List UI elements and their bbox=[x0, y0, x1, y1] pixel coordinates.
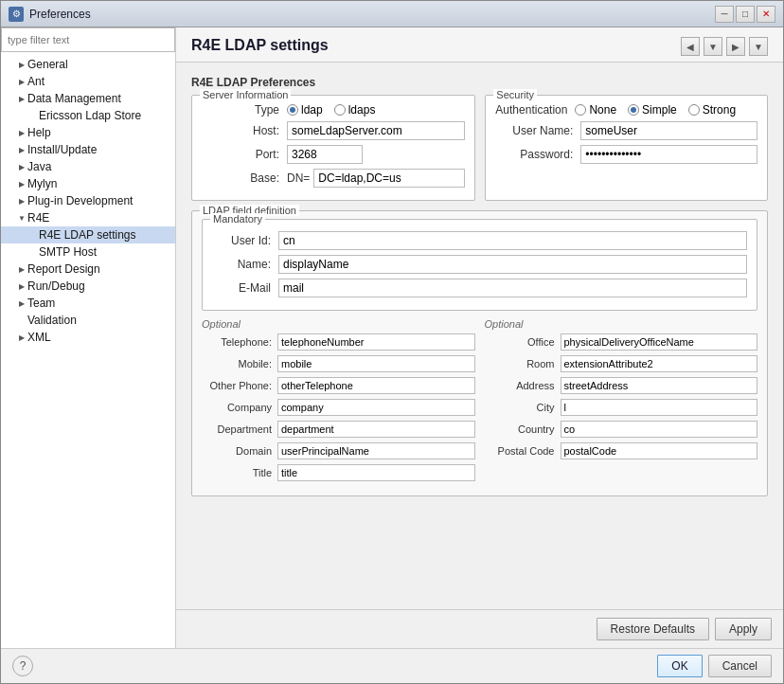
sidebar-item-mylyn[interactable]: ▶ Mylyn bbox=[1, 175, 175, 192]
ldap-radio[interactable] bbox=[287, 104, 298, 116]
port-row: Port: bbox=[202, 145, 465, 164]
base-dn-label: DN= bbox=[287, 171, 310, 185]
filter-input[interactable] bbox=[1, 27, 175, 52]
nav-back-button[interactable]: ◀ bbox=[681, 37, 700, 56]
username-label: User Name: bbox=[495, 124, 580, 137]
opt-address-label: Address bbox=[485, 380, 561, 391]
sidebar-item-team[interactable]: ▶ Team bbox=[1, 295, 175, 312]
sidebar-item-ant[interactable]: ▶ Ant bbox=[1, 73, 175, 90]
base-input[interactable] bbox=[313, 169, 465, 188]
nav-forward-button[interactable]: ▶ bbox=[726, 37, 745, 56]
ok-button[interactable]: OK bbox=[657, 655, 702, 677]
cancel-button[interactable]: Cancel bbox=[708, 655, 772, 677]
department-input[interactable] bbox=[277, 421, 475, 438]
opt-department-row: Department bbox=[202, 421, 475, 438]
sidebar-item-label: Validation bbox=[27, 314, 171, 327]
sidebar-item-install-update[interactable]: ▶ Install/Update bbox=[1, 141, 175, 158]
sidebar-item-validation[interactable]: Validation bbox=[1, 312, 175, 329]
help-icon[interactable]: ? bbox=[12, 656, 33, 676]
type-ldaps-option[interactable]: ldaps bbox=[334, 103, 376, 117]
username-input[interactable] bbox=[580, 121, 757, 140]
panel-footer: Restore Defaults Apply bbox=[176, 609, 783, 648]
none-label: None bbox=[589, 103, 616, 117]
otherphone-input[interactable] bbox=[277, 377, 475, 394]
sidebar-item-help[interactable]: ▶ Help bbox=[1, 124, 175, 141]
sidebar-item-general[interactable]: ▶ General bbox=[1, 56, 175, 73]
type-ldap-option[interactable]: ldap bbox=[287, 103, 323, 117]
footer-bottom: ? OK Cancel bbox=[1, 648, 783, 683]
server-info-title: Server Information bbox=[200, 89, 291, 100]
port-input[interactable] bbox=[287, 145, 363, 164]
mandatory-title: Mandatory bbox=[210, 213, 265, 225]
country-input[interactable] bbox=[561, 421, 758, 438]
mobile-input[interactable] bbox=[277, 355, 475, 372]
type-row: Type ldap ldaps bbox=[202, 103, 465, 117]
password-input[interactable] bbox=[580, 145, 757, 164]
host-row: Host: bbox=[202, 121, 465, 140]
sidebar-item-r4e[interactable]: ▼ R4E bbox=[1, 209, 175, 226]
auth-none-option[interactable]: None bbox=[575, 103, 616, 117]
sidebar-item-data-management[interactable]: ▶ Data Management bbox=[1, 90, 175, 107]
apply-button[interactable]: Apply bbox=[715, 618, 772, 640]
arrow-icon: ▶ bbox=[16, 59, 27, 70]
nav-forward-dropdown-button[interactable]: ▼ bbox=[749, 37, 768, 56]
sidebar-item-run-debug[interactable]: ▶ Run/Debug bbox=[1, 278, 175, 295]
sidebar-item-label: Ericsson Ldap Store bbox=[39, 109, 171, 122]
optional-right-col: Optional Office Room Address bbox=[485, 318, 758, 486]
sidebar-item-ericsson-ldap[interactable]: Ericsson Ldap Store bbox=[1, 107, 175, 124]
simple-radio[interactable] bbox=[628, 104, 639, 116]
domain-input[interactable] bbox=[277, 442, 475, 459]
sidebar-item-java[interactable]: ▶ Java bbox=[1, 158, 175, 175]
maximize-button[interactable]: □ bbox=[736, 6, 755, 23]
opt-company-label: Company bbox=[202, 402, 277, 413]
opt-telephone-label: Telephone: bbox=[202, 336, 277, 348]
sidebar-item-plugin-dev[interactable]: ▶ Plug-in Development bbox=[1, 192, 175, 209]
telephone-input[interactable] bbox=[277, 333, 475, 351]
none-radio[interactable] bbox=[575, 104, 586, 116]
arrow-icon: ▶ bbox=[16, 76, 27, 87]
room-input[interactable] bbox=[561, 355, 758, 372]
close-button[interactable]: ✕ bbox=[757, 6, 775, 23]
arrow-icon bbox=[16, 315, 27, 326]
auth-strong-option[interactable]: Strong bbox=[688, 103, 736, 117]
opt-room-label: Room bbox=[485, 358, 561, 369]
postalcode-input[interactable] bbox=[561, 442, 758, 459]
opt-address-row: Address bbox=[485, 377, 758, 394]
restore-defaults-button[interactable]: Restore Defaults bbox=[597, 618, 709, 640]
mandatory-box: Mandatory User Id: Name: E-Mail bbox=[202, 219, 757, 311]
opt-office-label: Office bbox=[485, 336, 561, 348]
city-input[interactable] bbox=[561, 399, 758, 416]
window-icon: ⚙ bbox=[9, 7, 24, 22]
office-input[interactable] bbox=[561, 333, 758, 351]
sidebar: ▶ General ▶ Ant ▶ Data Management Ericss… bbox=[1, 27, 176, 648]
sidebar-item-xml[interactable]: ▶ XML bbox=[1, 329, 175, 346]
opt-domain-label: Domain bbox=[202, 445, 277, 457]
email-input[interactable] bbox=[278, 279, 747, 297]
sidebar-item-r4e-ldap[interactable]: R4E LDAP settings bbox=[1, 226, 175, 243]
nav-dropdown-button[interactable]: ▼ bbox=[704, 37, 722, 56]
minimize-button[interactable]: ─ bbox=[715, 6, 734, 23]
company-input[interactable] bbox=[277, 399, 475, 416]
arrow-icon: ▶ bbox=[16, 297, 27, 309]
address-input[interactable] bbox=[561, 377, 758, 394]
opt-country-label: Country bbox=[485, 423, 561, 435]
ok-cancel-group: OK Cancel bbox=[657, 655, 772, 677]
title-input[interactable] bbox=[277, 464, 475, 481]
sidebar-item-report-design[interactable]: ▶ Report Design bbox=[1, 261, 175, 278]
host-label: Host: bbox=[202, 124, 287, 137]
auth-simple-option[interactable]: Simple bbox=[628, 103, 677, 117]
arrow-icon: ▶ bbox=[16, 127, 27, 138]
name-input[interactable] bbox=[278, 255, 747, 274]
email-label: E-Mail bbox=[212, 281, 278, 295]
optional-left-header: Optional bbox=[202, 318, 475, 330]
ldaps-label: ldaps bbox=[348, 103, 376, 117]
sidebar-item-smtp-host[interactable]: SMTP Host bbox=[1, 243, 175, 261]
host-input[interactable] bbox=[287, 121, 465, 140]
strong-radio[interactable] bbox=[688, 104, 700, 116]
userid-input[interactable] bbox=[278, 231, 747, 250]
opt-postalcode-row: Postal Code bbox=[485, 442, 758, 459]
sidebar-item-label: R4E LDAP settings bbox=[39, 228, 171, 242]
ldaps-radio[interactable] bbox=[334, 104, 346, 116]
password-row: Password: bbox=[495, 145, 757, 164]
arrow-icon: ▶ bbox=[16, 195, 27, 207]
